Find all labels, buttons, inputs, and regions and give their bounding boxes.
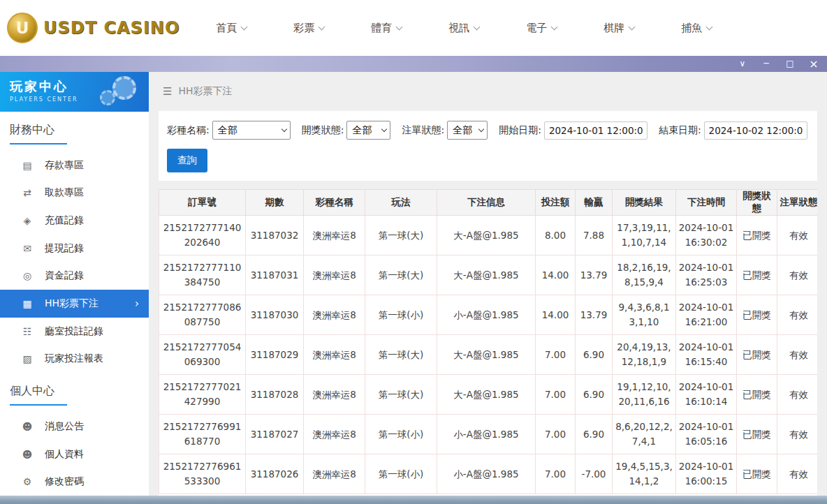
nav-item-video[interactable]: 視訊 <box>448 22 479 35</box>
table-cell: 2152172777140202640 <box>159 216 246 255</box>
sidebar-item-fund-records[interactable]: ◎ 資金記錄 <box>0 262 149 290</box>
bet-table-panel: 訂單號 期數 彩種名稱 玩法 下注信息 投注額 輸贏 開獎結果 下注時間 開獎狀… <box>159 189 817 496</box>
table-cell: 20,4,19,13,12,18,1,9 <box>613 335 676 375</box>
query-button[interactable]: 查詢 <box>167 149 207 172</box>
col-header-win-loss: 輸贏 <box>576 190 613 216</box>
window-close-icon[interactable]: × <box>809 56 819 72</box>
sidebar-item-profile[interactable]: ☻ 個人資料 <box>0 440 149 468</box>
table-cell: 7.00 <box>536 415 576 454</box>
nav-item-home[interactable]: 首頁 <box>216 22 247 35</box>
nav-item-lottery[interactable]: 彩票 <box>293 22 324 35</box>
announcement-icon: ☻ <box>22 421 33 432</box>
table-cell: 14.00 <box>536 295 576 335</box>
room-bet-record-icon: ☷ <box>22 326 33 337</box>
bet-status-select-value: 全部 <box>453 124 472 137</box>
window-chevron-down-icon[interactable]: ∨ <box>738 56 747 72</box>
table-cell: 31187032 <box>246 216 304 255</box>
table-cell: 有效 <box>777 255 818 295</box>
col-header-lottery-name: 彩種名稱 <box>304 190 365 216</box>
chevron-right-icon: › <box>135 297 139 310</box>
table-cell: 第一球(小) <box>365 415 437 454</box>
bet-report-icon: ▨ <box>22 353 33 364</box>
sidebar-item-withdraw[interactable]: ⇄ 取款專區 <box>0 179 149 207</box>
table-cell: 第一球(大) <box>365 255 437 295</box>
sidebar-item-hh-lottery-bets[interactable]: ▦ HH彩票下注 › <box>0 290 149 318</box>
section-heading-label: 財務中心 <box>10 123 67 144</box>
draw-status-select[interactable]: 全部 <box>346 121 390 140</box>
section-heading-label: 個人中心 <box>10 384 67 406</box>
bet-status-select[interactable]: 全部 <box>447 121 488 140</box>
sidebar-item-label: 充值記錄 <box>45 214 84 227</box>
sidebar-item-withdrawal-records[interactable]: ✉ 提現記錄 <box>0 235 149 262</box>
sidebar-item-label: 消息公告 <box>45 420 84 433</box>
table-cell: 31187029 <box>246 335 304 375</box>
sidebar-item-label: 資金記錄 <box>45 269 84 282</box>
bet-status-filter-label: 注單狀態: <box>402 124 444 137</box>
table-cell: 大-A盤@1.985 <box>437 216 536 255</box>
breadcrumb: ☰ HH彩票下注 <box>149 72 827 111</box>
brand-logo[interactable]: U USDT CASINO <box>0 13 180 43</box>
nav-label: 棋牌 <box>603 22 624 35</box>
chevron-down-icon <box>706 23 713 30</box>
table-cell: 8.00 <box>536 216 576 255</box>
table-cell: 已開獎 <box>737 295 777 335</box>
start-date-input[interactable] <box>544 121 647 140</box>
sidebar-item-label: 取款專區 <box>45 186 84 199</box>
table-cell: 8,6,20,12,2,7,4,1 <box>613 415 676 454</box>
withdrawal-record-icon: ✉ <box>22 243 33 254</box>
table-cell: 小-A盤@1.985 <box>437 295 536 335</box>
sidebar-header: 玩家中心 PLAYERS CENTER <box>0 72 149 112</box>
table-cell: 31187031 <box>246 255 304 295</box>
nav-item-fishing[interactable]: 捕魚 <box>681 22 712 35</box>
table-cell: 13.79 <box>576 255 613 295</box>
table-cell: 2152172776961533300 <box>159 454 246 494</box>
nav-item-sports[interactable]: 體育 <box>371 22 402 35</box>
table-row: 215217277714020264031187032澳洲幸运8第一球(大)大-… <box>159 216 818 255</box>
sidebar-item-change-password[interactable]: ⚙ 修改密碼 <box>0 468 149 496</box>
top-header: U USDT CASINO 首頁 彩票 體育 視訊 電子 <box>0 0 827 56</box>
nav-item-electronic[interactable]: 電子 <box>526 22 557 35</box>
col-header-period: 期數 <box>246 190 304 216</box>
nav-item-boardgames[interactable]: 棋牌 <box>603 22 634 35</box>
lottery-bet-icon: ▦ <box>22 298 33 309</box>
sidebar-section-finance: 財務中心 <box>0 112 149 144</box>
window-maximize-icon[interactable]: □ <box>785 56 795 72</box>
nav-label: 電子 <box>526 22 547 35</box>
lottery-select[interactable]: 全部 <box>212 121 291 140</box>
table-cell: 2024-10-01 16:05:16 <box>676 415 737 454</box>
lottery-filter-label: 彩種名稱: <box>167 124 210 137</box>
table-cell: 2024-10-01 16:00:15 <box>676 454 737 494</box>
end-date-input[interactable] <box>704 121 807 140</box>
sidebar-item-player-bet-report[interactable]: ▨ 玩家投注報表 <box>0 345 149 373</box>
sidebar-item-announcements[interactable]: ☻ 消息公告 <box>0 413 149 440</box>
bet-table-head: 訂單號 期數 彩種名稱 玩法 下注信息 投注額 輸贏 開獎結果 下注時間 開獎狀… <box>159 190 818 216</box>
sidebar-item-deposit[interactable]: ▤ 存款專區 <box>0 151 149 179</box>
col-header-bet-amount: 投注額 <box>536 190 576 216</box>
table-cell: 有效 <box>777 375 818 415</box>
table-cell: 2024-10-01 16:10:14 <box>676 375 737 415</box>
profile-icon: ☻ <box>22 449 33 460</box>
table-cell: 2024-10-01 16:15:40 <box>676 335 737 375</box>
chevron-down-icon <box>319 23 325 30</box>
table-cell: 第一球(大) <box>365 335 437 375</box>
table-cell: 有效 <box>777 295 818 335</box>
table-cell: 2152172777054069300 <box>159 335 246 375</box>
top-nav: 首頁 彩票 體育 視訊 電子 棋牌 <box>216 22 712 35</box>
chevron-down-icon <box>396 23 403 30</box>
window-minimize-icon[interactable]: ─ <box>761 56 771 72</box>
table-cell: -7.00 <box>576 454 613 494</box>
table-cell: 已開獎 <box>737 454 777 494</box>
nav-label: 首頁 <box>216 22 237 35</box>
sidebar-item-label: 個人資料 <box>45 448 84 461</box>
sidebar-item-room-bet-records[interactable]: ☷ 廳室投註記錄 <box>0 318 149 346</box>
recharge-record-icon: ◈ <box>22 215 33 226</box>
table-cell: 6.90 <box>576 415 613 454</box>
main-content: ☰ HH彩票下注 彩種名稱: 全部 開獎狀態: 全部 注單狀態: <box>149 72 827 496</box>
table-cell: 小-A盤@1.985 <box>437 454 536 494</box>
sidebar-item-label: 玩家投注報表 <box>45 353 103 365</box>
table-cell: 6.90 <box>576 335 613 375</box>
hamburger-menu-icon[interactable]: ☰ <box>163 85 172 98</box>
chevron-down-icon <box>474 23 481 30</box>
table-cell: 已開獎 <box>737 216 777 255</box>
sidebar-item-recharge-records[interactable]: ◈ 充值記錄 <box>0 207 149 235</box>
